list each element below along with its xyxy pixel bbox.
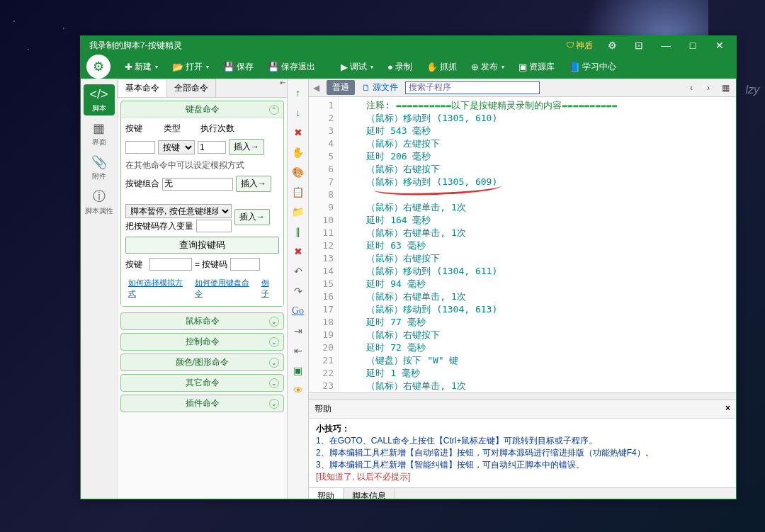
uncomment-icon[interactable]: ✖ xyxy=(291,244,305,259)
expand-down-icon[interactable]: ⌄ xyxy=(269,399,279,409)
help-title: 帮助 xyxy=(314,403,332,415)
close-icon[interactable]: ✕ xyxy=(709,40,730,51)
minimize-icon[interactable]: — xyxy=(655,40,676,51)
code-icon: </> xyxy=(89,87,108,102)
link-sim-mode[interactable]: 如何选择模拟方式 xyxy=(128,278,189,299)
folder-small-icon[interactable]: 📁 xyxy=(291,205,305,219)
learn-button[interactable]: 📘学习中心 xyxy=(565,59,620,75)
section-header[interactable]: 插件命令⌄ xyxy=(121,395,283,412)
query-keycode-button[interactable]: 查询按键码 xyxy=(125,237,279,254)
tip-title: 小技巧： xyxy=(316,423,729,435)
play-icon: ▶ xyxy=(341,62,348,72)
source-view-tab[interactable]: 🗋源文件 xyxy=(362,81,398,94)
type-label: 类型 xyxy=(164,123,185,135)
section-header[interactable]: 颜色/图形命令⌄ xyxy=(121,354,283,370)
line-gutter: 1234567891011121314151617181920212223 xyxy=(309,97,339,392)
repo-button[interactable]: ▣资源库 xyxy=(514,59,559,75)
comment-icon[interactable]: ∥ xyxy=(291,225,305,239)
titlebar: 我录制的脚本7-按键精灵 🛡 神盾 ⚙ ⊡ — □ ✕ xyxy=(81,36,736,55)
insert-key-button[interactable]: 插入→ xyxy=(229,139,264,155)
undo-icon[interactable]: ↶ xyxy=(291,264,305,278)
save-button[interactable]: 💾保存 xyxy=(219,59,258,75)
combo-input[interactable] xyxy=(162,178,233,191)
collapse-panel-icon[interactable]: ⇤ xyxy=(280,79,285,86)
sidebar-item-attach[interactable]: 📎附件 xyxy=(84,152,115,183)
section-header[interactable]: 其它命令⌄ xyxy=(121,375,283,391)
code-area[interactable]: 1234567891011121314151617181920212223 注释… xyxy=(309,97,736,392)
settings-icon[interactable]: ⚙ xyxy=(601,40,623,51)
savevar-input[interactable] xyxy=(196,220,232,232)
app-window: 我录制的脚本7-按键精灵 🛡 神盾 ⚙ ⊡ — □ ✕ ⚙ ✚新建▾ 📂打开▾ … xyxy=(80,35,737,499)
publish-icon: ⊕ xyxy=(471,62,479,72)
expand-down-icon[interactable]: ⌄ xyxy=(269,358,279,368)
maximize-icon[interactable]: □ xyxy=(682,40,703,51)
shield-badge[interactable]: 🛡 神盾 xyxy=(566,40,593,52)
nav-prev-icon[interactable]: ◀ xyxy=(313,83,319,93)
link-keyboard-help[interactable]: 如何使用键盘命令 xyxy=(195,278,256,299)
record-icon: ● xyxy=(387,62,393,72)
expand-down-icon[interactable]: ⌄ xyxy=(269,317,279,327)
count-input[interactable] xyxy=(198,141,226,154)
combo-label: 按键组合 xyxy=(125,178,159,190)
code-lines[interactable]: 注释: ==========以下是按键精灵录制的内容========== （鼠标… xyxy=(339,97,736,392)
keycode-output[interactable] xyxy=(230,258,260,271)
insert-combo-button[interactable]: 插入→ xyxy=(236,176,271,192)
grid-icon[interactable]: ▦ xyxy=(719,83,732,93)
app-logo-icon: ⚙ xyxy=(86,55,110,79)
capture-button[interactable]: ✋抓抓 xyxy=(422,59,461,75)
keyboard-section-header[interactable]: 键盘命令 ⌃ xyxy=(121,101,283,118)
expand-down-icon[interactable]: ⌄ xyxy=(269,337,279,347)
publish-button[interactable]: ⊕发布▾ xyxy=(467,59,509,75)
sim-note: 在其他命令中可以设定模拟方式 xyxy=(125,159,279,171)
edit-toolbar-strip: ↑ ↓ ✖ ✋ 🎨 📋 📁 ∥ ✖ ↶ ↷ Go ⇥ ⇤ ▣ 👁 xyxy=(288,79,309,499)
arrow-up-icon[interactable]: ↑ xyxy=(291,86,305,100)
tab-all-commands[interactable]: 全部命令 xyxy=(166,79,216,97)
link-example[interactable]: 例子 xyxy=(261,278,276,299)
sidebar-item-ui[interactable]: ▦界面 xyxy=(84,118,115,149)
help-tab-info[interactable]: 脚本信息 xyxy=(344,488,395,499)
section-header[interactable]: 鼠标命令⌄ xyxy=(121,313,283,329)
indent-icon[interactable]: ⇥ xyxy=(291,324,305,338)
new-button[interactable]: ✚新建▾ xyxy=(120,59,162,75)
prev-icon[interactable]: ‹ xyxy=(685,83,698,93)
tip-line-3: 3、脚本编辑工具栏新增【智能纠错】按钮，可自动纠正脚本中的错误。 xyxy=(316,459,729,471)
eye-icon[interactable]: 👁 xyxy=(291,383,305,397)
folder-icon: 📂 xyxy=(172,62,183,72)
debug-button[interactable]: ▶调试▾ xyxy=(336,59,378,75)
hand-icon[interactable]: ✋ xyxy=(291,145,305,159)
next-icon[interactable]: › xyxy=(702,83,715,93)
type-select[interactable]: 按键 xyxy=(158,140,195,154)
editor-panel: ◀ 普通 🗋源文件 ‹ › ▦ 123456789101112131415161… xyxy=(309,79,736,499)
save-exit-button[interactable]: 💾保存退出 xyxy=(264,59,319,75)
key2-input[interactable] xyxy=(149,258,192,271)
search-subroutine-input[interactable] xyxy=(405,81,540,94)
help-tab-help[interactable]: 帮助 xyxy=(309,488,344,499)
palette-icon[interactable]: 🎨 xyxy=(291,165,305,179)
paste-icon[interactable]: 📋 xyxy=(291,185,305,199)
pause-select[interactable]: 脚本暂停, 按任意键继续 xyxy=(125,204,232,218)
record-button[interactable]: ●录制 xyxy=(383,59,416,75)
tip-line-1: 1、在GOTO、CALL命令上按住【Ctrl+鼠标左键】可跳转到目标或子程序。 xyxy=(316,435,729,447)
sidebar-item-script[interactable]: </>脚本 xyxy=(84,84,115,115)
dismiss-tip-link[interactable]: [我知道了, 以后不必提示] xyxy=(316,471,729,483)
go-button[interactable]: Go xyxy=(291,304,305,318)
check-icon[interactable]: ▣ xyxy=(291,363,305,378)
tab-basic-commands[interactable]: 基本命令 xyxy=(118,79,167,97)
help-close-icon[interactable]: × xyxy=(725,403,730,415)
shield-icon: 🛡 xyxy=(566,40,574,50)
repo-icon: ▣ xyxy=(518,62,527,72)
arrow-down-icon[interactable]: ↓ xyxy=(291,106,305,120)
h-scrollbar[interactable] xyxy=(309,392,736,400)
restore-icon[interactable]: ⊡ xyxy=(628,40,650,51)
open-button[interactable]: 📂打开▾ xyxy=(168,59,213,75)
key-input[interactable] xyxy=(125,141,155,154)
sidebar-item-props[interactable]: ⓘ脚本属性 xyxy=(84,186,115,217)
expand-down-icon[interactable]: ⌄ xyxy=(269,378,279,388)
collapse-up-icon[interactable]: ⌃ xyxy=(269,105,279,115)
capture-icon: ✋ xyxy=(426,62,438,72)
redo-icon[interactable]: ↷ xyxy=(291,284,305,298)
outdent-icon[interactable]: ⇤ xyxy=(291,344,305,358)
basic-view-tab[interactable]: 普通 xyxy=(327,80,355,95)
section-header[interactable]: 控制命令⌄ xyxy=(121,334,283,350)
delete-icon[interactable]: ✖ xyxy=(291,125,305,140)
